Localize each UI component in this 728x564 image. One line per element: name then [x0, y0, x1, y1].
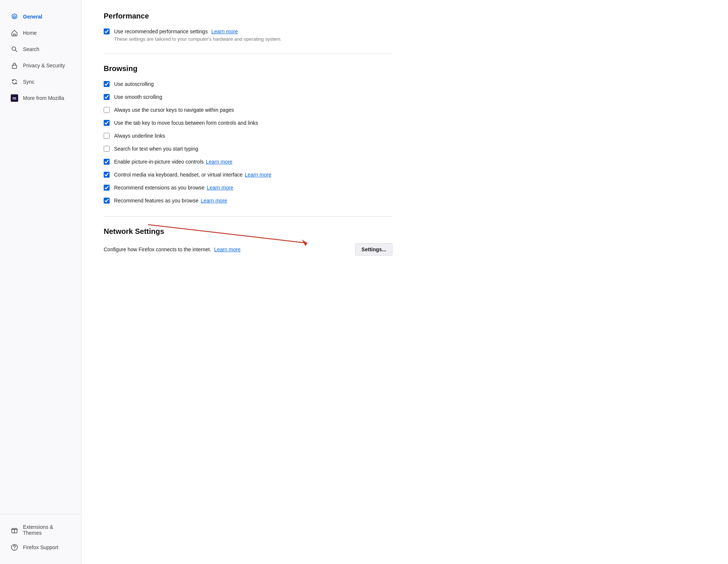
browsing-option-row-recommend_ext: Recommend extensions as you browseLearn …: [104, 184, 393, 192]
svg-point-5: [14, 548, 15, 549]
browsing-label-pip[interactable]: Enable picture-in-picture video controls…: [114, 158, 233, 166]
sync-icon: [10, 78, 19, 86]
sidebar-item-privacy[interactable]: Privacy & Security: [3, 58, 78, 73]
recommended-settings-sublabel: These settings are tailored to your comp…: [114, 36, 282, 42]
browsing-label-search_typing[interactable]: Search for text when you start typing: [114, 145, 198, 153]
browsing-checkbox-recommend_feat[interactable]: [104, 198, 110, 204]
sidebar-item-sync[interactable]: Sync: [3, 74, 78, 90]
recommended-settings-row: Use recommended performance settings Lea…: [104, 28, 393, 42]
search-icon: [10, 45, 19, 53]
network-section: Network Settings Configure how Firefox c…: [104, 227, 393, 256]
browsing-option-row-search_typing: Search for text when you start typing: [104, 145, 393, 153]
browsing-label-text-underline: Always underline links: [114, 133, 165, 139]
browsing-label-text-pip: Enable picture-in-picture video controls: [114, 159, 204, 165]
browsing-checkbox-media_keys[interactable]: [104, 172, 110, 178]
browsing-label-recommend_ext[interactable]: Recommend extensions as you browseLearn …: [114, 184, 233, 192]
recommended-settings-checkbox[interactable]: [104, 28, 110, 34]
mozilla-icon: m: [10, 94, 19, 102]
browsing-options-list: Use autoscrollingUse smooth scrollingAlw…: [104, 80, 393, 205]
browsing-option-row-cursor_keys: Always use the cursor keys to navigate w…: [104, 106, 393, 114]
browsing-label-autoscroll[interactable]: Use autoscrolling: [114, 80, 154, 88]
sidebar-item-label-extensions: Extensions & Themes: [23, 524, 71, 536]
browsing-checkbox-pip[interactable]: [104, 159, 110, 165]
network-title: Network Settings: [104, 227, 393, 236]
browsing-title: Browsing: [104, 64, 393, 73]
sidebar-item-mozilla[interactable]: m More from Mozilla: [3, 90, 78, 106]
browsing-label-recommend_feat[interactable]: Recommend features as you browseLearn mo…: [114, 197, 227, 205]
network-description: Configure how Firefox connects to the in…: [104, 246, 241, 252]
browsing-label-media_keys[interactable]: Control media via keyboard, headset, or …: [114, 171, 271, 179]
browsing-label-text-search_typing: Search for text when you start typing: [114, 146, 198, 152]
sidebar-item-search[interactable]: Search: [3, 41, 78, 57]
help-icon: [10, 543, 19, 551]
browsing-label-underline[interactable]: Always underline links: [114, 132, 165, 140]
browsing-learn-more-recommend_feat[interactable]: Learn more: [201, 198, 227, 204]
browsing-label-text-recommend_ext: Recommend extensions as you browse: [114, 185, 204, 191]
browsing-learn-more-recommend_ext[interactable]: Learn more: [207, 185, 233, 191]
svg-line-1: [16, 50, 17, 52]
browsing-checkbox-tab_key[interactable]: [104, 120, 110, 126]
divider-performance-browsing: [104, 54, 393, 54]
svg-rect-2: [12, 65, 17, 68]
recommended-label-text: Use recommended performance settings: [114, 28, 208, 34]
sidebar-item-label-home: Home: [23, 30, 37, 36]
sidebar: General Home Search Privacy & Se: [0, 0, 81, 564]
main-content: Performance Use recommended performance …: [81, 0, 415, 564]
browsing-label-text-smooth_scroll: Use smooth scrolling: [114, 94, 162, 100]
browsing-option-row-smooth_scroll: Use smooth scrolling: [104, 93, 393, 101]
browsing-checkbox-underline[interactable]: [104, 133, 110, 139]
browsing-option-row-autoscroll: Use autoscrolling: [104, 80, 393, 88]
network-row: Configure how Firefox connects to the in…: [104, 243, 393, 256]
browsing-label-smooth_scroll[interactable]: Use smooth scrolling: [114, 93, 162, 101]
performance-title: Performance: [104, 12, 393, 20]
sidebar-item-label-privacy: Privacy & Security: [23, 63, 65, 68]
browsing-label-text-cursor_keys: Always use the cursor keys to navigate w…: [114, 107, 234, 113]
sidebar-bottom: Extensions & Themes Firefox Support: [0, 514, 81, 555]
browsing-label-tab_key[interactable]: Use the tab key to move focus between fo…: [114, 119, 258, 127]
browsing-label-text-tab_key: Use the tab key to move focus between fo…: [114, 120, 258, 126]
browsing-option-row-underline: Always underline links: [104, 132, 393, 140]
sidebar-item-support[interactable]: Firefox Support: [3, 540, 78, 555]
sidebar-item-label-mozilla: More from Mozilla: [23, 95, 64, 101]
sidebar-item-label-sync: Sync: [23, 79, 34, 85]
network-description-text: Configure how Firefox connects to the in…: [104, 246, 211, 252]
browsing-option-row-pip: Enable picture-in-picture video controls…: [104, 158, 393, 166]
browsing-option-row-tab_key: Use the tab key to move focus between fo…: [104, 119, 393, 127]
browsing-learn-more-media_keys[interactable]: Learn more: [245, 172, 271, 178]
performance-section: Performance Use recommended performance …: [104, 12, 393, 42]
browsing-label-text-recommend_feat: Recommend features as you browse: [114, 198, 198, 204]
browsing-section: Browsing Use autoscrollingUse smooth scr…: [104, 64, 393, 205]
sidebar-item-label-general: General: [23, 14, 42, 20]
home-icon: [10, 29, 19, 37]
recommended-settings-label[interactable]: Use recommended performance settings Lea…: [114, 28, 238, 34]
gear-icon: [10, 13, 19, 21]
gift-icon: [10, 526, 19, 534]
browsing-checkbox-search_typing[interactable]: [104, 146, 110, 152]
network-learn-more-link[interactable]: Learn more: [214, 246, 241, 252]
sidebar-item-general[interactable]: General: [3, 9, 78, 24]
network-settings-button[interactable]: Settings...: [355, 243, 393, 256]
sidebar-item-home[interactable]: Home: [3, 25, 78, 41]
browsing-label-text-media_keys: Control media via keyboard, headset, or …: [114, 172, 243, 178]
browsing-option-row-media_keys: Control media via keyboard, headset, or …: [104, 171, 393, 179]
browsing-checkbox-autoscroll[interactable]: [104, 81, 110, 87]
browsing-checkbox-cursor_keys[interactable]: [104, 107, 110, 113]
sidebar-item-label-support: Firefox Support: [23, 544, 59, 550]
browsing-label-cursor_keys[interactable]: Always use the cursor keys to navigate w…: [114, 106, 234, 114]
network-settings-row-container: Configure how Firefox connects to the in…: [104, 243, 393, 256]
lock-icon: [10, 61, 19, 70]
sidebar-item-label-search: Search: [23, 46, 39, 52]
browsing-learn-more-pip[interactable]: Learn more: [206, 159, 233, 165]
browsing-label-text-autoscroll: Use autoscrolling: [114, 81, 154, 87]
divider-browsing-network: [104, 216, 393, 217]
sidebar-item-extensions[interactable]: Extensions & Themes: [3, 520, 78, 540]
browsing-checkbox-recommend_ext[interactable]: [104, 185, 110, 191]
browsing-option-row-recommend_feat: Recommend features as you browseLearn mo…: [104, 197, 393, 205]
browsing-checkbox-smooth_scroll[interactable]: [104, 94, 110, 100]
performance-learn-more-link[interactable]: Learn more: [211, 28, 238, 34]
